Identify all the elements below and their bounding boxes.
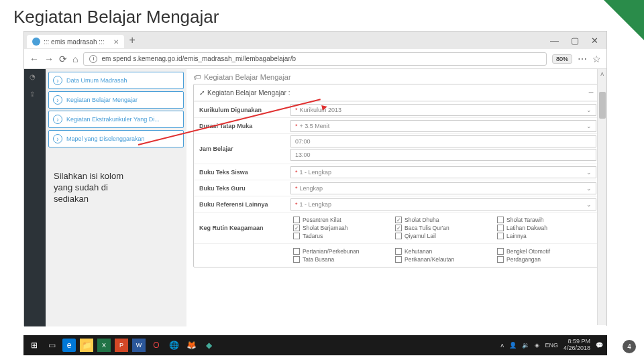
checkbox-icon xyxy=(395,233,402,239)
checkbox-label: Pertanian/Perkebunan xyxy=(303,248,360,255)
maximize-button[interactable]: ▢ xyxy=(571,36,579,46)
checkbox-icon xyxy=(395,256,402,263)
taskbar: ⊞ ▭ e 📁 X P W O 🌐 🦊 ◆ ʌ 👤 🔉 ◈ ENG 8:59 P… xyxy=(23,335,607,355)
sidebar-item-data-umum[interactable]: ›Data Umum Madrasah xyxy=(48,72,184,89)
checkbox-item[interactable]: Pesantren Kilat xyxy=(293,217,390,223)
excel-icon[interactable]: X xyxy=(97,339,111,352)
forward-icon[interactable]: → xyxy=(44,54,54,64)
checkbox-item[interactable]: Bengkel Otomotif xyxy=(497,248,594,255)
new-tab-button[interactable]: + xyxy=(129,34,136,46)
checkbox-item[interactable]: Tata Busana xyxy=(293,256,390,263)
taskview-icon[interactable]: ▭ xyxy=(45,339,58,352)
checkbox-icon: ✓ xyxy=(395,217,402,223)
share-icon[interactable]: ⇪ xyxy=(30,90,40,101)
checkbox-label: Pesantren Kilat xyxy=(303,217,341,223)
checkbox-icon xyxy=(497,233,504,239)
wifi-icon[interactable]: ◈ xyxy=(535,342,539,349)
chevron-down-icon: ⌄ xyxy=(586,201,592,208)
close-button[interactable]: ✕ xyxy=(591,36,598,46)
collapse-icon[interactable]: − xyxy=(588,87,594,98)
url-input[interactable]: i em spend s.kemenag.go.id/emis_madrasah… xyxy=(83,52,547,66)
checkbox-icon xyxy=(497,217,504,223)
titlebar: ::: emis madrasah ::: ✕ + — ▢ ✕ xyxy=(24,32,606,49)
more-icon[interactable]: ⋯ xyxy=(578,54,587,64)
system-tray: ʌ 👤 🔉 ◈ ENG 8:59 PM 4/26/2018 💬 xyxy=(500,339,603,352)
people-icon[interactable]: 👤 xyxy=(509,342,517,349)
select-kurikulum[interactable]: *Kurikulum 2013⌄ xyxy=(290,104,596,116)
checkbox-item[interactable]: Lainnya xyxy=(497,233,594,239)
gauge-icon[interactable]: ◔ xyxy=(30,73,40,84)
label-blank xyxy=(194,253,288,258)
explorer-icon[interactable]: 📁 xyxy=(80,339,93,352)
checkbox-item[interactable]: Qiyamul Lail xyxy=(395,233,492,239)
scroll-thumb[interactable] xyxy=(599,92,606,119)
clock[interactable]: 8:59 PM 4/26/2018 xyxy=(564,339,590,352)
checkbox-item[interactable]: Perikanan/Kelautan xyxy=(395,256,492,263)
checkbox-icon xyxy=(497,225,504,231)
input-jam-mulai[interactable]: 07:00 xyxy=(290,135,596,147)
powerpoint-icon[interactable]: P xyxy=(115,339,128,352)
browser-tab[interactable]: ::: emis madrasah ::: ✕ xyxy=(27,35,124,48)
checkbox-label: Kehutanan xyxy=(405,248,432,255)
callout-text: Silahkan isi kolomyang sudah disediakan xyxy=(54,171,123,205)
sidebar-item-kbm[interactable]: ›Kegiatan Belajar Mengajar xyxy=(48,91,184,109)
main-content: 🏷 Kegiatan Belajar Mengajar ⤢ Kegiatan B… xyxy=(186,69,606,326)
select-durasi[interactable]: *+ 3.5 Menit⌄ xyxy=(290,120,596,132)
input-jam-selesai[interactable]: 13:00 xyxy=(290,149,596,161)
left-toolbar: ◔ ⇪ xyxy=(24,69,46,326)
tab-close-icon[interactable]: ✕ xyxy=(113,38,119,46)
scrollbar-vertical[interactable]: ʌ xyxy=(597,69,606,325)
checkbox-label: Sholat Dhuha xyxy=(405,217,439,223)
sidebar-item-label: Mapel yang Diselenggarakan xyxy=(66,135,145,142)
chrome-icon[interactable]: 🌐 xyxy=(167,339,180,352)
checkbox-item[interactable]: ✓Sholat Berjamaah xyxy=(293,225,390,231)
checkbox-label: Sholat Berjamaah xyxy=(303,225,348,231)
back-icon[interactable]: ← xyxy=(30,54,39,64)
select-buku-guru[interactable]: *Lengkap⌄ xyxy=(290,182,596,194)
checkbox-label: Perdagangan xyxy=(506,256,541,263)
checkbox-icon xyxy=(497,256,504,263)
checkbox-label: Lainnya xyxy=(506,233,527,239)
scroll-up-icon[interactable]: ʌ xyxy=(598,69,606,78)
select-buku-ref[interactable]: *1 - Lengkap⌄ xyxy=(290,198,596,210)
form-panel: ⤢ Kegiatan Belajar Mengajar : − Kurikulu… xyxy=(193,84,600,267)
checkbox-item[interactable]: ✓Baca Tulis Qur'an xyxy=(395,225,492,231)
checkbox-item[interactable]: Latihan Dakwah xyxy=(497,225,594,231)
label-buku-siswa: Buku Teks Siswa xyxy=(194,166,288,178)
checkbox-item[interactable]: Perdagangan xyxy=(497,256,594,263)
checkbox-item[interactable]: Pertanian/Perkebunan xyxy=(293,248,390,255)
sidebar-item-ekskul[interactable]: ›Kegiatan Ekstrakurikuler Yang Di... xyxy=(48,111,184,128)
start-button[interactable]: ⊞ xyxy=(28,339,41,352)
volume-icon[interactable]: 🔉 xyxy=(522,342,529,349)
section-title-text: Kegiatan Belajar Mengajar xyxy=(204,73,291,81)
star-icon[interactable]: ☆ xyxy=(592,54,601,64)
checkbox-icon xyxy=(293,217,300,223)
checkbox-icon: ✓ xyxy=(395,225,402,231)
checkbox-label: Latihan Dakwah xyxy=(506,225,547,231)
site-info-icon[interactable]: i xyxy=(89,55,97,63)
notification-icon[interactable]: 💬 xyxy=(596,342,603,349)
panel-header[interactable]: ⤢ Kegiatan Belajar Mengajar : − xyxy=(194,84,599,101)
expand-icon: ⤢ xyxy=(199,89,205,97)
minimize-button[interactable]: — xyxy=(550,36,559,46)
language-indicator[interactable]: ENG xyxy=(545,342,558,349)
word-icon[interactable]: W xyxy=(132,339,146,352)
tray-up-icon[interactable]: ʌ xyxy=(500,342,504,349)
checkbox-item[interactable]: Sholat Tarawih xyxy=(497,217,594,223)
sidebar-item-label: Kegiatan Belajar Mengajar xyxy=(66,97,138,103)
opera-icon[interactable]: O xyxy=(150,339,163,352)
edge-icon[interactable]: e xyxy=(62,339,76,352)
reload-icon[interactable]: ⟳ xyxy=(59,54,67,64)
checkbox-item[interactable]: ✓Sholat Dhuha xyxy=(395,217,492,223)
app-icon[interactable]: ◆ xyxy=(202,339,215,352)
checkbox-item[interactable]: Kehutanan xyxy=(395,248,492,255)
select-buku-siswa[interactable]: *1 - Lengkap⌄ xyxy=(290,166,596,178)
checkbox-icon xyxy=(395,248,402,255)
label-buku-ref: Buku Referensi Lainnya xyxy=(194,198,288,210)
firefox-icon[interactable]: 🦊 xyxy=(184,339,198,352)
zoom-level[interactable]: 80% xyxy=(552,54,572,64)
checkbox-label: Tadarus xyxy=(303,233,323,239)
checkbox-icon xyxy=(293,233,300,239)
checkbox-item[interactable]: Tadarus xyxy=(293,233,390,239)
home-icon[interactable]: ⌂ xyxy=(72,54,78,64)
